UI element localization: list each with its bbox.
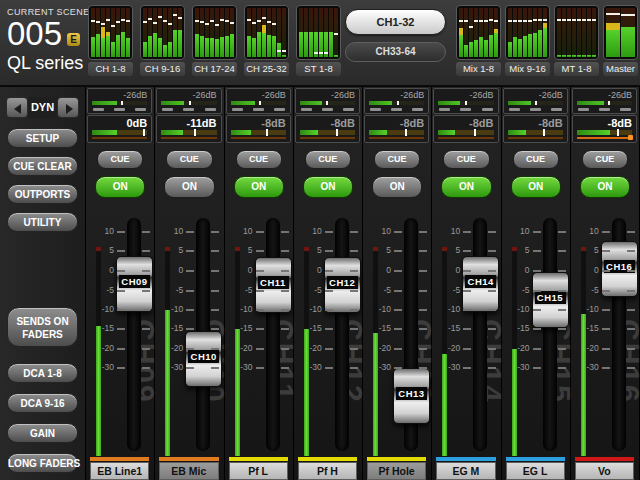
tick-dash xyxy=(256,290,264,292)
meter-bank-label: MT 1-8 xyxy=(554,62,599,76)
dyn-threshold-value: -26dB xyxy=(157,89,220,100)
cue-button[interactable]: CUE xyxy=(374,150,420,169)
fader-track[interactable] xyxy=(543,218,557,451)
meter-column xyxy=(329,8,333,57)
on-button[interactable]: ON xyxy=(303,176,353,198)
channel-name-plate[interactable]: EG M xyxy=(436,462,495,480)
channel-name-plate[interactable]: Pf H xyxy=(298,462,357,480)
fader-track[interactable] xyxy=(473,218,487,451)
tick-dash xyxy=(142,290,150,292)
sidebar-button-dca-9-16[interactable]: DCA 9-16 xyxy=(7,393,78,413)
dyn-display-box: -26dB xyxy=(156,88,221,114)
mode-next-arrow-icon[interactable] xyxy=(57,97,79,118)
fader-scale-tick: 10 xyxy=(436,226,460,236)
gain-indicator-line xyxy=(369,137,424,139)
meter-bank-label: Master xyxy=(603,62,638,76)
cue-button[interactable]: CUE xyxy=(236,150,282,169)
fader-cap[interactable]: CH10 xyxy=(185,331,222,387)
cue-button[interactable]: CUE xyxy=(97,150,143,169)
on-button[interactable]: ON xyxy=(234,176,284,198)
fader-cap[interactable]: CH14 xyxy=(462,256,499,312)
tick-dash xyxy=(211,270,219,272)
meter-bank-mix-9-16[interactable]: Mix 9-16 xyxy=(505,5,550,76)
meter-bank-meters xyxy=(603,5,638,60)
cue-button[interactable]: CUE xyxy=(443,150,489,169)
meter-bank-st-1-8[interactable]: ST 1-8 xyxy=(296,5,341,76)
fader-cap[interactable]: CH12 xyxy=(324,257,361,313)
dyn-threshold-value: -26dB xyxy=(504,89,567,100)
meter-bank-ch-17-24[interactable]: CH 17-24 xyxy=(192,5,237,76)
meter-bank-ch-25-32[interactable]: CH 25-32 xyxy=(244,5,289,76)
tick-dash xyxy=(488,328,496,330)
fader-track[interactable] xyxy=(335,218,349,451)
gain-reduction-segments xyxy=(509,108,562,111)
meter-bank-master[interactable]: Master xyxy=(603,5,638,76)
on-button[interactable]: ON xyxy=(441,176,491,198)
sidebar-button-sends-on-faders[interactable]: SENDS ON FADERS xyxy=(7,307,78,347)
fader-level-value: -11dB xyxy=(157,116,220,129)
on-button[interactable]: ON xyxy=(511,176,561,198)
meter-column xyxy=(91,8,95,57)
channel-name-plate[interactable]: Pf Hole xyxy=(367,462,426,480)
fader-cap-label: CH11 xyxy=(258,276,289,289)
cue-button[interactable]: CUE xyxy=(582,150,628,169)
sidebar-button-outports[interactable]: OUTPORTS xyxy=(7,184,78,204)
fader-cap[interactable]: CH11 xyxy=(255,257,292,313)
fader-cap[interactable]: CH15 xyxy=(532,272,569,328)
meter-column xyxy=(543,8,547,57)
fader-cap[interactable]: CH13 xyxy=(393,368,430,424)
tick-dash xyxy=(325,348,333,350)
tick-dash xyxy=(211,250,219,252)
meter-bank-ch-9-16[interactable]: CH 9-16 xyxy=(140,5,185,76)
tick-dash xyxy=(281,290,289,292)
channel-name-plate[interactable]: EB Mic xyxy=(159,462,218,480)
meter-column xyxy=(582,8,586,57)
on-button[interactable]: ON xyxy=(580,176,630,198)
fader-level-value: 0dB xyxy=(88,116,151,129)
tick-dash xyxy=(602,367,610,369)
fader-cap[interactable]: CH09 xyxy=(116,256,153,312)
dyn-display-box: -26dB xyxy=(364,88,429,114)
scene-panel[interactable]: CURRENT SCENE 005 E QL series xyxy=(7,7,87,74)
tick-dash xyxy=(558,250,566,252)
on-button[interactable]: ON xyxy=(372,176,422,198)
meter-column xyxy=(523,8,527,57)
bank-button-ch1-32[interactable]: CH1-32 xyxy=(345,9,446,35)
sidebar-button-setup[interactable]: SETUP xyxy=(7,128,78,148)
channel-name-plate[interactable]: Pf L xyxy=(229,462,288,480)
fader-level-box: -8dB xyxy=(364,115,429,143)
fader-track[interactable] xyxy=(127,218,141,451)
on-button[interactable]: ON xyxy=(95,176,145,198)
meter-bank-mt-1-8[interactable]: MT 1-8 xyxy=(554,5,599,76)
fader-cap-label: CH13 xyxy=(396,387,427,400)
sidebar-button-gain[interactable]: GAIN xyxy=(7,423,78,443)
cue-button[interactable]: CUE xyxy=(166,150,212,169)
cue-button[interactable]: CUE xyxy=(513,150,559,169)
meter-column xyxy=(215,8,219,57)
tick-dash xyxy=(186,270,194,272)
fader-scale-tick: -5 xyxy=(506,285,530,295)
fader-level-bar xyxy=(300,130,355,135)
fader-scale-tick: -10 xyxy=(575,304,599,314)
cue-button[interactable]: CUE xyxy=(305,150,351,169)
mode-prev-arrow-icon[interactable] xyxy=(6,97,28,118)
bank-button-ch33-64[interactable]: CH33-64 xyxy=(345,42,446,62)
sidebar-button-utility[interactable]: UTILITY xyxy=(7,212,78,232)
channel-name-plate[interactable]: EG L xyxy=(506,462,565,480)
sidebar-button-dca-1-8[interactable]: DCA 1-8 xyxy=(7,363,78,383)
fader-track[interactable] xyxy=(266,218,280,451)
on-button[interactable]: ON xyxy=(164,176,214,198)
meter-bank-mix-1-8[interactable]: Mix 1-8 xyxy=(456,5,501,76)
dyn-threshold-value: -26dB xyxy=(365,89,428,100)
sidebar-button-cue-clear[interactable]: CUE CLEAR xyxy=(7,156,78,176)
meter-bank-ch-1-8[interactable]: CH 1-8 xyxy=(88,5,133,76)
tick-dash xyxy=(419,270,427,272)
meter-column xyxy=(474,8,478,57)
meter-column xyxy=(178,8,182,57)
tick-dash xyxy=(558,270,566,272)
channel-name-plate[interactable]: Vo xyxy=(575,462,634,480)
channel-name-plate[interactable]: EB Line1 xyxy=(90,462,149,480)
tick-dash xyxy=(325,367,333,369)
sidebar-button-long-faders[interactable]: LONG FADERS xyxy=(7,453,78,473)
fader-scale-tick: -20 xyxy=(90,343,114,353)
